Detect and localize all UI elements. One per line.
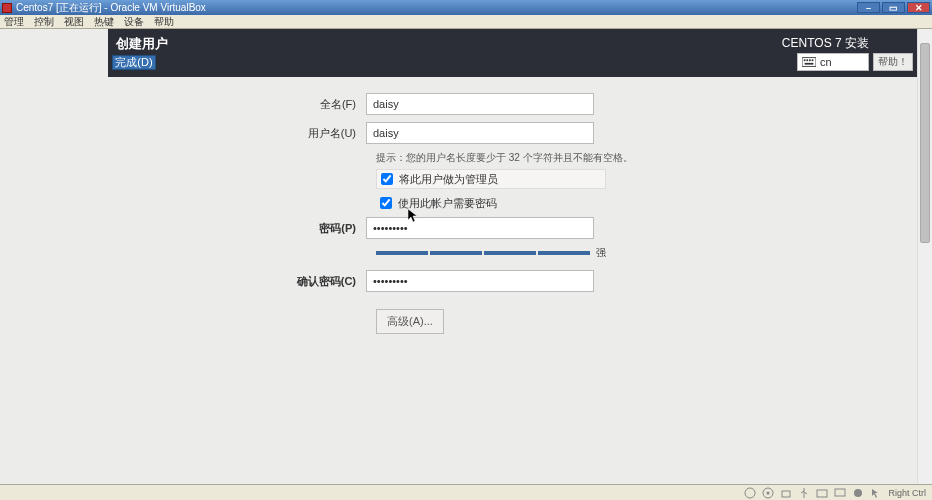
strength-seg-1 <box>376 251 428 255</box>
svg-rect-1 <box>804 59 806 61</box>
shared-folder-icon <box>816 487 828 499</box>
strength-seg-2 <box>430 251 482 255</box>
window-buttons: – ▭ ✕ <box>857 2 930 13</box>
username-input[interactable] <box>366 122 594 144</box>
keyboard-icon <box>802 57 816 67</box>
strength-bar <box>376 251 590 255</box>
help-button[interactable]: 帮助！ <box>873 53 913 71</box>
username-hint: 提示：您的用户名长度要少于 32 个字符并且不能有空格。 <box>376 151 917 165</box>
keyboard-layout: cn <box>820 56 832 68</box>
fullname-row: 全名(F) <box>108 93 917 115</box>
make-admin-checkbox[interactable] <box>381 173 393 185</box>
optical-icon <box>762 487 774 499</box>
svg-rect-2 <box>806 59 808 61</box>
password-input[interactable] <box>366 217 594 239</box>
strength-seg-4 <box>538 251 590 255</box>
svg-rect-9 <box>782 491 790 497</box>
confirm-label: 确认密码(C) <box>108 274 366 289</box>
scrollbar[interactable] <box>917 29 932 484</box>
svg-rect-4 <box>812 59 814 61</box>
confirm-row: 确认密码(C) <box>108 270 917 292</box>
host-key-label: Right Ctrl <box>888 488 926 498</box>
require-pw-checkbox[interactable] <box>380 197 392 209</box>
mouse-cursor-icon <box>408 209 418 223</box>
strength-text: 强 <box>596 246 606 260</box>
svg-rect-0 <box>802 58 816 67</box>
vm-content: 创建用户 完成(D) CENTOS 7 安装 cn 帮助！ 全名(F) 用户名(… <box>108 29 932 484</box>
recording-icon <box>852 487 864 499</box>
fullname-label: 全名(F) <box>108 97 366 112</box>
username-label: 用户名(U) <box>108 126 366 141</box>
keyboard-indicator[interactable]: cn <box>797 53 869 71</box>
window-title: Centos7 [正在运行] - Oracle VM VirtualBox <box>16 1 206 15</box>
page-title: 创建用户 <box>116 35 168 53</box>
svg-rect-11 <box>835 489 845 496</box>
status-bar: Right Ctrl <box>0 484 932 500</box>
password-strength: 强 <box>376 246 917 260</box>
vm-display: 创建用户 完成(D) CENTOS 7 安装 cn 帮助！ 全名(F) 用户名(… <box>0 29 932 484</box>
installer-screen: 创建用户 完成(D) CENTOS 7 安装 cn 帮助！ 全名(F) 用户名(… <box>108 29 932 484</box>
menu-devices[interactable]: 设备 <box>124 15 144 29</box>
mouse-integration-icon <box>870 487 882 499</box>
svg-point-6 <box>745 488 755 498</box>
network-icon <box>780 487 792 499</box>
menu-bar: 管理 控制 视图 热键 设备 帮助 <box>0 15 932 29</box>
make-admin-label: 将此用户做为管理员 <box>399 172 498 187</box>
svg-rect-5 <box>805 63 814 65</box>
display-icon <box>834 487 846 499</box>
done-button[interactable]: 完成(D) <box>112 55 156 70</box>
make-admin-row[interactable]: 将此用户做为管理员 <box>376 169 606 189</box>
svg-rect-3 <box>809 59 811 61</box>
menu-view[interactable]: 视图 <box>64 15 84 29</box>
confirm-input[interactable] <box>366 270 594 292</box>
minimize-button[interactable]: – <box>857 2 880 13</box>
password-row: 密码(P) <box>108 217 917 239</box>
window-titlebar: Centos7 [正在运行] - Oracle VM VirtualBox – … <box>0 0 932 15</box>
usb-icon <box>798 487 810 499</box>
fullname-input[interactable] <box>366 93 594 115</box>
strength-seg-3 <box>484 251 536 255</box>
menu-manage[interactable]: 管理 <box>4 15 24 29</box>
menu-hotkeys[interactable]: 热键 <box>94 15 114 29</box>
menu-control[interactable]: 控制 <box>34 15 54 29</box>
advanced-button[interactable]: 高级(A)... <box>376 309 444 334</box>
svg-point-12 <box>854 489 862 497</box>
user-form: 全名(F) 用户名(U) 提示：您的用户名长度要少于 32 个字符并且不能有空格… <box>108 77 917 334</box>
virtualbox-icon <box>2 3 12 13</box>
installer-header: 创建用户 完成(D) CENTOS 7 安装 cn 帮助！ <box>108 29 917 77</box>
svg-point-8 <box>767 491 770 494</box>
close-button[interactable]: ✕ <box>907 2 930 13</box>
menu-help[interactable]: 帮助 <box>154 15 174 29</box>
product-name: CENTOS 7 安装 <box>782 35 869 52</box>
scrollbar-thumb[interactable] <box>920 43 930 243</box>
hdd-icon <box>744 487 756 499</box>
svg-rect-10 <box>817 490 827 497</box>
password-label: 密码(P) <box>108 221 366 236</box>
maximize-button[interactable]: ▭ <box>882 2 905 13</box>
username-row: 用户名(U) <box>108 122 917 144</box>
